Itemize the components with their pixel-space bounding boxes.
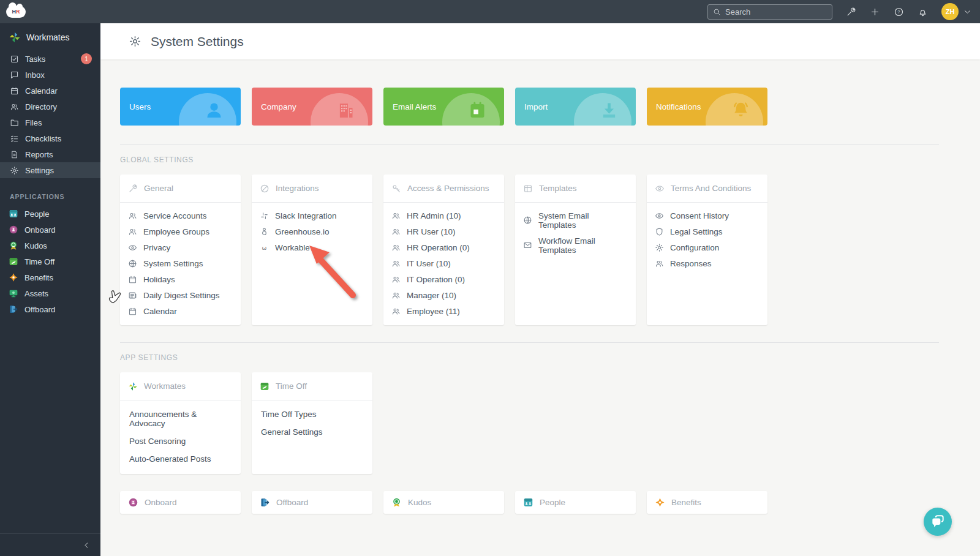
workable-icon: ω (260, 243, 269, 252)
people-icon (391, 307, 401, 316)
benefits-link-card[interactable]: Benefits (647, 491, 767, 514)
wrench-icon[interactable] (846, 7, 856, 17)
import-card[interactable]: Import (515, 88, 636, 126)
sidebar-item-directory[interactable]: Directory (0, 99, 100, 115)
sidebar-app-timeoff[interactable]: Time Off (0, 254, 100, 269)
gear-icon (129, 35, 141, 48)
sidebar-collapse-button[interactable] (0, 533, 100, 556)
link-auto-generated-posts[interactable]: Auto-Generated Posts (120, 450, 241, 468)
email-alerts-card[interactable]: Email Alerts (383, 88, 504, 126)
globe-icon (128, 259, 137, 268)
app-offboard-icon (260, 497, 270, 508)
panel-general: General Service Accounts Employee Groups… (120, 175, 241, 325)
brand[interactable]: Workmates (0, 23, 100, 51)
offboard-link-card[interactable]: Offboard (252, 491, 372, 514)
chevron-down-icon[interactable] (963, 8, 971, 16)
link-slack-integration[interactable]: Slack Integration (252, 208, 372, 224)
app-settings-label: APP SETTINGS (120, 353, 939, 362)
globe-icon (523, 216, 532, 225)
sidebar-app-assets[interactable]: Assets (0, 285, 100, 301)
app-people-icon (9, 209, 18, 219)
link-configuration[interactable]: Configuration (647, 239, 767, 255)
link-holidays[interactable]: Holidays (120, 271, 241, 287)
link-workflow-email-templates[interactable]: Workflow Email Templates (515, 233, 636, 258)
greenhouse-icon (260, 227, 269, 236)
panel-integrations: Integrations Slack Integration Greenhous… (252, 175, 372, 325)
logo-letter-r: R (16, 9, 20, 15)
link-hr-admin[interactable]: HR Admin (10) (383, 208, 504, 224)
sidebar-app-kudos[interactable]: Kudos (0, 238, 100, 254)
people-icon (128, 211, 137, 220)
link-greenhouse[interactable]: Greenhouse.io (252, 224, 372, 239)
eye-icon (655, 184, 665, 193)
people-icon (391, 243, 401, 252)
divider (120, 342, 939, 343)
link-post-censoring[interactable]: Post Censoring (120, 432, 241, 450)
link-daily-digest[interactable]: Daily Digest Settings (120, 287, 241, 303)
sidebar-app-offboard[interactable]: Offboard (0, 301, 100, 317)
link-responses[interactable]: Responses (647, 255, 767, 271)
app-kudos-icon (391, 497, 402, 508)
sidebar-item-files[interactable]: Files (0, 115, 100, 130)
sidebar-item-calendar[interactable]: Calendar (0, 83, 100, 99)
gear-icon (655, 243, 664, 252)
link-timeoff-types[interactable]: Time Off Types (252, 405, 372, 423)
main: System Settings Users Company Email Aler… (100, 23, 980, 556)
wrench-icon (128, 184, 138, 193)
link-it-operation[interactable]: IT Operation (0) (383, 271, 504, 287)
link-hr-operation[interactable]: HR Operation (0) (383, 239, 504, 255)
document-icon (10, 150, 19, 159)
bell-icon[interactable] (918, 7, 928, 17)
chat-launcher-button[interactable] (924, 508, 952, 536)
search-input[interactable] (725, 7, 817, 17)
link-privacy[interactable]: Privacy (120, 239, 241, 255)
tasks-badge: 1 (81, 53, 92, 64)
kudos-link-card[interactable]: Kudos (383, 491, 504, 514)
user-filled-icon (204, 100, 224, 120)
sidebar-item-settings[interactable]: Settings (0, 162, 100, 178)
plus-icon[interactable] (870, 7, 880, 17)
onboard-link-card[interactable]: Onboard (120, 491, 241, 514)
check-square-icon (10, 54, 19, 64)
sidebar-app-people[interactable]: People (0, 206, 100, 222)
search-icon (713, 8, 721, 16)
avatar[interactable]: ZH (941, 3, 959, 20)
app-timeoff-icon (260, 381, 270, 391)
people-link-card[interactable]: People (515, 491, 636, 514)
hr-cloud-logo[interactable]: HR (6, 6, 26, 18)
link-consent-history[interactable]: Consent History (647, 208, 767, 224)
search-box[interactable] (707, 4, 832, 20)
link-service-accounts[interactable]: Service Accounts (120, 208, 241, 224)
link-hr-user[interactable]: HR User (10) (383, 224, 504, 239)
notifications-card[interactable]: Notifications (647, 88, 767, 126)
users-card[interactable]: Users (120, 88, 241, 126)
link-workable[interactable]: ω Workable (252, 239, 372, 255)
sidebar-app-onboard[interactable]: Onboard (0, 222, 100, 238)
people-icon (128, 227, 137, 236)
sidebar-item-checklists[interactable]: Checklists (0, 130, 100, 146)
slack-icon (260, 211, 269, 220)
link-announcements-advocacy[interactable]: Announcements & Advocacy (120, 405, 241, 432)
link-system-email-templates[interactable]: System Email Templates (515, 208, 636, 233)
link-calendar[interactable]: Calendar (120, 303, 241, 319)
table-icon (523, 184, 533, 193)
panel-workmates: Workmates Announcements & Advocacy Post … (120, 372, 241, 474)
link-system-settings[interactable]: System Settings (120, 255, 241, 271)
sidebar-app-benefits[interactable]: Benefits (0, 269, 100, 285)
shortcut-cards: Users Company Email Alerts Import Notifi (120, 88, 939, 126)
company-card[interactable]: Company (252, 88, 372, 126)
chat-icon (10, 70, 19, 80)
link-employee-groups[interactable]: Employee Groups (120, 224, 241, 239)
sidebar-item-reports[interactable]: Reports (0, 146, 100, 162)
sidebar-item-tasks[interactable]: Tasks 1 (0, 51, 100, 67)
brand-label: Workmates (26, 32, 70, 42)
app-links-row: Onboard Offboard Kudos People Benefits (120, 491, 939, 514)
link-manager[interactable]: Manager (10) (383, 287, 504, 303)
help-icon[interactable]: ? (894, 7, 904, 17)
sidebar-item-inbox[interactable]: Inbox (0, 67, 100, 83)
link-legal-settings[interactable]: Legal Settings (647, 224, 767, 239)
link-employee[interactable]: Employee (11) (383, 303, 504, 319)
link-it-user[interactable]: IT User (10) (383, 255, 504, 271)
people-icon (391, 291, 401, 300)
link-timeoff-general-settings[interactable]: General Settings (252, 423, 372, 441)
